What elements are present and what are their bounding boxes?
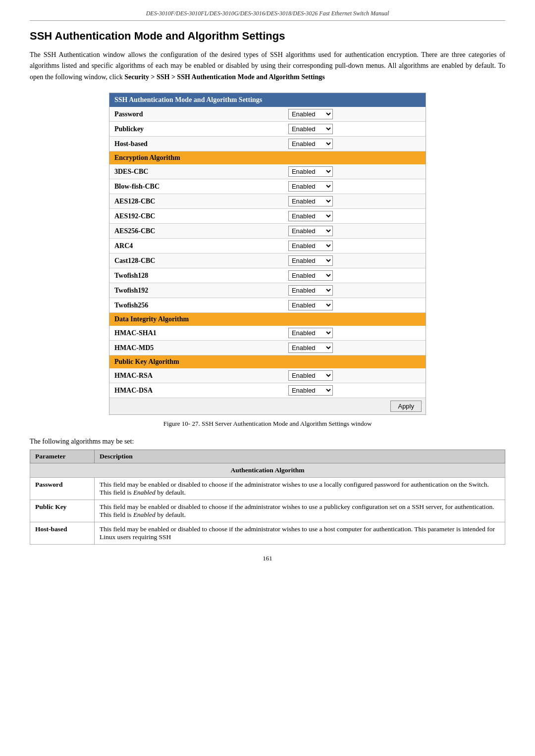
integrity-header-label: Data Integrity Algorithm: [114, 315, 189, 323]
param-publickey: Public Key: [30, 500, 95, 522]
row-label-arc4: ARC4: [109, 239, 283, 253]
row-label-aes128-cbc: AES128-CBC: [109, 194, 283, 209]
row-label-cast128-cbc: Cast128-CBC: [109, 253, 283, 268]
table-row: AES128-CBC EnabledDisabled: [109, 194, 426, 209]
table-row: Blow-fish-CBC EnabledDisabled: [109, 179, 426, 194]
param-password: Password: [30, 478, 95, 500]
apply-row: Apply: [109, 398, 426, 415]
auth-algo-label: Authentication Algorithm: [30, 463, 505, 478]
publickey-header-row: Public Key Algorithm: [109, 355, 426, 369]
table-row: AES192-CBC EnabledDisabled: [109, 209, 426, 224]
hmac-dsa-select[interactable]: EnabledDisabled: [288, 385, 333, 396]
row-label-hostbased: Host-based: [109, 137, 283, 151]
encryption-header-row: Encryption Algorithm: [109, 151, 426, 165]
param-hostbased: Host-based: [30, 522, 95, 545]
desc-publickey: This field may be enabled or disabled to…: [95, 500, 505, 522]
row-label-hmac-sha1: HMAC-SHA1: [109, 326, 283, 341]
row-value-hostbased[interactable]: Enabled Disabled: [283, 137, 426, 151]
aes192-cbc-select[interactable]: EnabledDisabled: [288, 211, 333, 221]
cast128-cbc-select[interactable]: EnabledDisabled: [288, 255, 333, 266]
row-label-twofish128: Twofish128: [109, 268, 283, 283]
integrity-header-row: Data Integrity Algorithm: [109, 313, 426, 326]
twofish128-select[interactable]: EnabledDisabled: [288, 270, 333, 281]
row-label-3des-cbc: 3DES-CBC: [109, 164, 283, 179]
arc4-select[interactable]: EnabledDisabled: [288, 241, 333, 251]
row-value-publickey[interactable]: Enabled Disabled: [283, 122, 426, 137]
hostbased-select[interactable]: Enabled Disabled: [288, 139, 333, 149]
3des-cbc-select[interactable]: EnabledDisabled: [288, 166, 333, 177]
list-item: Host-based This field may be enabled or …: [30, 522, 505, 545]
publickey-select[interactable]: Enabled Disabled: [288, 124, 333, 134]
apply-button[interactable]: Apply: [390, 401, 422, 412]
table-row: HMAC-DSA EnabledDisabled: [109, 383, 426, 398]
col-description: Description: [95, 450, 505, 463]
row-label-hmac-rsa: HMAC-RSA: [109, 368, 283, 383]
table-row: ARC4 EnabledDisabled: [109, 239, 426, 253]
description-table: Parameter Description Authentication Alg…: [30, 450, 505, 545]
hmac-rsa-select[interactable]: EnabledDisabled: [288, 370, 333, 381]
table-row: HMAC-SHA1 EnabledDisabled: [109, 326, 426, 341]
table-row: Publickey Enabled Disabled: [109, 122, 426, 137]
row-value-password[interactable]: Enabled Disabled: [283, 107, 426, 122]
publickey-header-label: Public Key Algorithm: [114, 358, 179, 365]
row-label-aes256-cbc: AES256-CBC: [109, 224, 283, 239]
page-header: DES-3010F/DES-3010FL/DES-3010G/DES-3016/…: [30, 10, 505, 21]
twofish192-select[interactable]: EnabledDisabled: [288, 285, 333, 296]
hmac-sha1-select[interactable]: EnabledDisabled: [288, 328, 333, 338]
row-label-twofish256: Twofish256: [109, 298, 283, 313]
table-row: HMAC-RSA EnabledDisabled: [109, 368, 426, 383]
auth-algo-subheader: Authentication Algorithm: [30, 463, 505, 478]
header-text: DES-3010F/DES-3010FL/DES-3010G/DES-3016/…: [146, 10, 389, 17]
row-label-hmac-md5: HMAC-MD5: [109, 341, 283, 355]
encryption-header-label: Encryption Algorithm: [114, 154, 180, 161]
row-label-hmac-dsa: HMAC-DSA: [109, 383, 283, 398]
row-label-publickey: Publickey: [109, 122, 283, 137]
desc-table-header: Parameter Description: [30, 450, 505, 463]
desc-hostbased: This field may be enabled or disabled to…: [95, 522, 505, 545]
table-row: AES256-CBC EnabledDisabled: [109, 224, 426, 239]
aes128-cbc-select[interactable]: EnabledDisabled: [288, 196, 333, 206]
row-label-password: Password: [109, 107, 283, 122]
table-row: HMAC-MD5 EnabledDisabled: [109, 341, 426, 355]
table-row: Twofish192 EnabledDisabled: [109, 283, 426, 298]
table-row: Twofish128 EnabledDisabled: [109, 268, 426, 283]
blowfish-cbc-select[interactable]: EnabledDisabled: [288, 181, 333, 192]
table-row: Host-based Enabled Disabled: [109, 137, 426, 151]
table-top-header-row: SSH Authentication Mode and Algorithm Se…: [109, 93, 426, 107]
table-top-header: SSH Authentication Mode and Algorithm Se…: [114, 96, 262, 103]
page-title: SSH Authentication Mode and Algorithm Se…: [30, 30, 505, 43]
twofish256-select[interactable]: EnabledDisabled: [288, 300, 333, 310]
intro-paragraph: The SSH Authentication window allows the…: [30, 50, 505, 83]
settings-table: SSH Authentication Mode and Algorithm Se…: [109, 93, 426, 414]
table-row: Twofish256 EnabledDisabled: [109, 298, 426, 313]
row-label-twofish192: Twofish192: [109, 283, 283, 298]
intro-bold: Security > SSH > SSH Authentication Mode…: [124, 73, 325, 81]
aes256-cbc-select[interactable]: EnabledDisabled: [288, 226, 333, 236]
desc-password: This field may be enabled or disabled to…: [95, 478, 505, 500]
password-select[interactable]: Enabled Disabled: [288, 109, 333, 119]
desc-intro: The following algorithms may be set:: [30, 438, 505, 446]
list-item: Password This field may be enabled or di…: [30, 478, 505, 500]
page-number: 161: [30, 554, 505, 562]
list-item: Public Key This field may be enabled or …: [30, 500, 505, 522]
settings-table-wrapper: SSH Authentication Mode and Algorithm Se…: [109, 93, 426, 415]
row-label-aes192-cbc: AES192-CBC: [109, 209, 283, 224]
table-row: Password Enabled Disabled: [109, 107, 426, 122]
table-row: Cast128-CBC EnabledDisabled: [109, 253, 426, 268]
hmac-md5-select[interactable]: EnabledDisabled: [288, 343, 333, 353]
table-row: 3DES-CBC EnabledDisabled: [109, 164, 426, 179]
col-parameter: Parameter: [30, 450, 95, 463]
row-label-blowfish-cbc: Blow-fish-CBC: [109, 179, 283, 194]
figure-caption: Figure 10- 27. SSH Server Authentication…: [30, 420, 505, 428]
